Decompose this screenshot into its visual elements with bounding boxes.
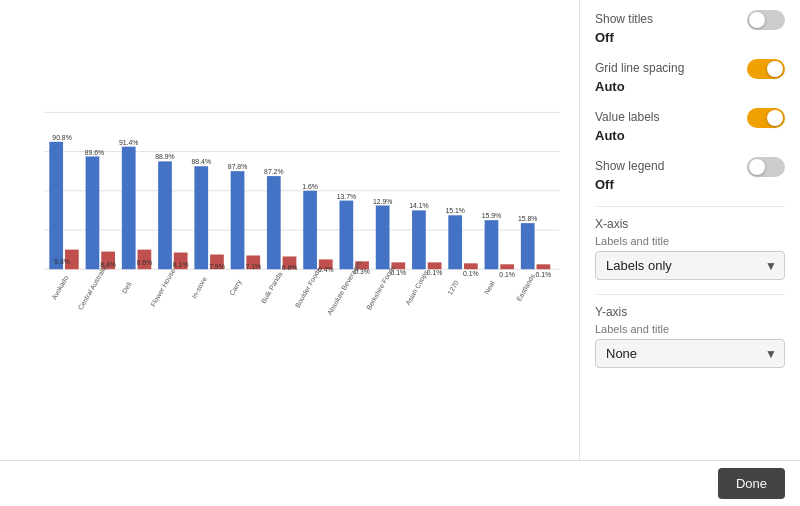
yaxis-dropdown-wrapper: None Labels only Labels and title ▼ [595,339,785,368]
svg-text:0.1%: 0.1% [499,271,515,278]
svg-text:1270: 1270 [446,279,460,296]
svg-text:89.6%: 89.6% [85,149,104,156]
svg-rect-66 [500,264,514,269]
svg-text:Avokado: Avokado [50,274,69,301]
grid-line-spacing-label: Grid line spacing [595,61,684,75]
svg-text:Carry: Carry [228,278,244,297]
grid-line-spacing-toggle[interactable] [747,59,785,79]
svg-text:0.1%: 0.1% [536,271,552,278]
svg-text:87.2%: 87.2% [264,168,283,175]
svg-rect-71 [537,264,551,269]
yaxis-dropdown[interactable]: None Labels only Labels and title [595,339,785,368]
value-labels-value: Auto [595,128,785,143]
show-legend-knob [749,159,765,175]
svg-text:7.1%: 7.1% [245,263,261,270]
yaxis-row: Y-axis Labels and title None Labels only… [595,305,785,368]
svg-text:15.8%: 15.8% [518,215,537,222]
svg-text:Central Australia: Central Australia [77,264,108,311]
svg-rect-61 [464,263,478,269]
svg-text:Flower House: Flower House [149,267,176,307]
svg-rect-20 [158,161,172,269]
svg-text:6.8%: 6.8% [282,264,298,271]
show-titles-label: Show titles [595,12,653,26]
svg-rect-5 [49,142,63,269]
show-titles-knob [749,12,765,28]
svg-text:Boulder Foods: Boulder Foods [294,266,323,309]
xaxis-sublabel: Labels and title [595,235,785,247]
svg-rect-30 [231,171,245,269]
value-labels-row: Value labels Auto [595,108,785,143]
svg-rect-60 [448,215,462,269]
show-titles-value: Off [595,30,785,45]
main-area: 90.8% 9.8% Avokado 89.6% 8.4% Central Au… [0,0,800,460]
svg-text:13.7%: 13.7% [337,193,356,200]
value-labels-toggle[interactable] [747,108,785,128]
svg-rect-55 [412,210,426,269]
svg-text:0.1%: 0.1% [463,270,479,277]
svg-rect-15 [122,147,136,270]
svg-rect-25 [194,166,208,269]
svg-text:Bulk Panda: Bulk Panda [260,270,284,304]
show-titles-row: Show titles Off [595,10,785,45]
svg-text:Asian Coops: Asian Coops [404,268,431,306]
yaxis-sublabel: Labels and title [595,323,785,335]
done-button[interactable]: Done [718,468,785,499]
svg-text:88.4%: 88.4% [192,158,211,165]
svg-rect-45 [339,201,353,270]
footer: Done [0,460,800,506]
divider-2 [595,294,785,295]
svg-text:15.9%: 15.9% [482,212,501,219]
svg-rect-35 [267,176,281,269]
xaxis-label: X-axis [595,217,785,231]
show-legend-label: Show legend [595,159,664,173]
svg-rect-70 [521,223,535,269]
svg-rect-10 [86,156,100,269]
show-legend-toggle[interactable] [747,157,785,177]
svg-text:12.9%: 12.9% [373,198,392,205]
svg-text:7.9%: 7.9% [209,263,225,270]
grid-line-spacing-knob [767,61,783,77]
xaxis-dropdown[interactable]: Labels only Labels and title None [595,251,785,280]
svg-text:14.1%: 14.1% [409,202,428,209]
svg-text:8.6%: 8.6% [137,259,153,266]
svg-text:15.1%: 15.1% [445,207,464,214]
svg-text:Deli: Deli [121,280,133,294]
chart-container: 90.8% 9.8% Avokado 89.6% 8.4% Central Au… [15,10,564,450]
value-labels-label: Value labels [595,110,660,124]
xaxis-row: X-axis Labels and title Labels only Labe… [595,217,785,280]
svg-text:87.8%: 87.8% [228,163,247,170]
svg-text:1.6%: 1.6% [302,183,318,190]
grid-line-spacing-row: Grid line spacing Auto [595,59,785,94]
divider-1 [595,206,785,207]
show-legend-value: Off [595,177,785,192]
bar-chart: 90.8% 9.8% Avokado 89.6% 8.4% Central Au… [15,10,564,450]
svg-text:90.8%: 90.8% [52,134,71,141]
xaxis-dropdown-wrapper: Labels only Labels and title None ▼ [595,251,785,280]
chart-area: 90.8% 9.8% Avokado 89.6% 8.4% Central Au… [0,0,580,460]
grid-line-spacing-value: Auto [595,79,785,94]
svg-text:91.4%: 91.4% [119,139,138,146]
yaxis-label: Y-axis [595,305,785,319]
svg-text:9.8%: 9.8% [54,258,70,265]
show-titles-toggle[interactable] [747,10,785,30]
svg-text:Eastlands: Eastlands [515,272,536,302]
svg-text:88.9%: 88.9% [155,153,174,160]
svg-rect-65 [485,220,499,269]
svg-text:Neal: Neal [483,279,496,295]
svg-text:8.1%: 8.1% [173,261,189,268]
show-legend-row: Show legend Off [595,157,785,192]
value-labels-knob [767,110,783,126]
svg-rect-50 [376,205,390,269]
svg-rect-40 [303,191,317,269]
right-panel: Show titles Off Grid line spacing Auto V… [580,0,800,460]
svg-text:In-store: In-store [190,276,208,300]
